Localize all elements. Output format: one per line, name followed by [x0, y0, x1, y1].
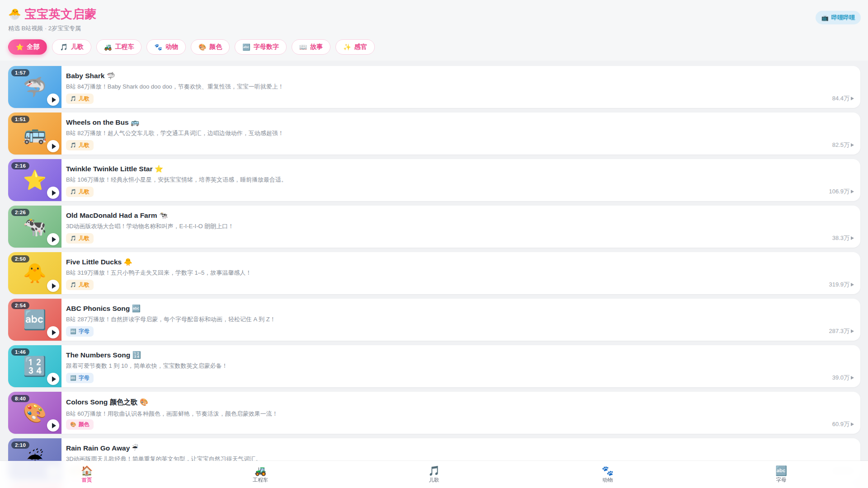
category-tag: 🎵 儿歌	[66, 187, 94, 197]
play-count: 82.5万	[832, 141, 854, 149]
video-card[interactable]: 1:57 🦈 Baby Shark 🦈 B站 84万播放！Baby Shark …	[8, 66, 860, 108]
video-title: Twinkle Twinkle Little Star ⭐	[66, 165, 802, 173]
video-thumbnail[interactable]: 1:51 🚌	[8, 113, 61, 155]
tag-label: 儿歌	[79, 141, 90, 149]
play-button[interactable]	[47, 140, 59, 152]
duration-badge: 1:46	[11, 348, 29, 356]
video-card[interactable]: 1:51 🚌 Wheels on the Bus 🚌 B站 82万播放！超人气公…	[8, 113, 860, 155]
video-title: Colors Song 颜色之歌 🎨	[66, 398, 802, 407]
filter-bar: ⭐ 全部 🎵 儿歌 🚜 工程车 🐾 动物 🎨 颜色 🔤 字母数字 📖 故事 ✨ …	[8, 39, 859, 61]
filter-chip-label: 感官	[354, 43, 367, 51]
play-button[interactable]	[47, 94, 59, 106]
play-count-value: 60.9万	[832, 420, 849, 428]
chick-icon: 🐥	[23, 264, 47, 283]
video-description: B站 82万播放！超人气公交车儿歌，学交通工具词汇，边唱边做动作，互动感超强！	[66, 129, 802, 137]
filter-chip-label: 颜色	[209, 43, 222, 51]
filter-chip-sensory[interactable]: ✨ 感官	[335, 39, 374, 55]
tag-icon: 🎵	[70, 96, 76, 102]
tag-label: 儿歌	[79, 235, 90, 242]
video-thumbnail[interactable]: 2:26 🐄	[8, 206, 61, 248]
video-card[interactable]: 2:26 🐄 Old MacDonald Had a Farm 🐄 3D动画版农…	[8, 206, 860, 248]
abc-icon: 🔤	[23, 310, 47, 329]
video-title: Baby Shark 🦈	[66, 72, 802, 80]
play-icon	[52, 330, 56, 335]
play-button[interactable]	[47, 280, 59, 292]
play-count: 106.9万	[829, 188, 854, 196]
play-button[interactable]	[47, 419, 59, 432]
video-card[interactable]: 2:54 🔤 ABC Phonics Song 🔤 B站 287万播放！自然拼读…	[8, 299, 860, 341]
play-count: 84.4万	[832, 94, 854, 103]
filter-chip-songs[interactable]: 🎵 儿歌	[52, 39, 91, 55]
filter-chip-letters-numbers[interactable]: 🔤 字母数字	[235, 39, 286, 55]
video-thumbnail[interactable]: 2:16 ⭐	[8, 159, 61, 201]
nav-item-animals[interactable]: 🐾 动物	[521, 466, 694, 483]
play-arrow-icon	[851, 190, 854, 193]
duration-badge: 2:50	[11, 255, 29, 263]
filter-chip-trucks[interactable]: 🚜 工程车	[96, 39, 142, 55]
video-title: Five Little Ducks 🐥	[66, 258, 802, 266]
play-count: 60.9万	[832, 420, 854, 428]
bilibili-badge-label: 哔哩哔哩	[831, 14, 855, 22]
video-card[interactable]: 1:46 🔢 The Numbers Song 🔢 跟着可爱节奏数 1 到 10…	[8, 345, 860, 387]
filter-chip-label: 全部	[27, 43, 39, 51]
nav-item-songs[interactable]: 🎵 儿歌	[347, 466, 521, 483]
filter-chip-icon: ⭐	[16, 43, 24, 51]
nav-item-letters[interactable]: 🔤 字母	[694, 466, 868, 483]
tag-icon: 🎵	[70, 142, 76, 148]
filter-chip-label: 动物	[165, 43, 178, 51]
shark-icon: 🦈	[23, 78, 47, 97]
video-info: Twinkle Twinkle Little Star ⭐ B站 106万播放！…	[61, 159, 860, 201]
video-description: B站 60万播放！用歌曲认识各种颜色，画面鲜艳，节奏活泼，颜色启蒙效果一流！	[66, 410, 802, 418]
chick-logo-icon: 🐣	[8, 9, 21, 19]
tag-label: 儿歌	[79, 188, 90, 196]
video-thumbnail[interactable]: 1:57 🦈	[8, 66, 61, 108]
tag-icon: 🔤	[70, 375, 76, 381]
video-info: Colors Song 颜色之歌 🎨 B站 60万播放！用歌曲认识各种颜色，画面…	[61, 392, 860, 434]
duration-badge: 2:54	[11, 302, 29, 309]
play-button[interactable]	[47, 373, 59, 385]
filter-chip-all[interactable]: ⭐ 全部	[8, 39, 47, 55]
duration-badge: 2:10	[11, 441, 29, 449]
video-thumbnail[interactable]: 8:40 🎨	[8, 392, 61, 434]
filter-chip-story[interactable]: 📖 故事	[292, 39, 330, 55]
play-icon	[52, 423, 56, 428]
animals-icon: 🐾	[602, 466, 613, 475]
nav-item-trucks[interactable]: 🚜 工程车	[174, 466, 347, 483]
tag-label: 字母	[79, 328, 90, 335]
filter-chip-label: 字母数字	[254, 43, 279, 51]
category-tag: 🔤 字母	[66, 373, 94, 383]
category-tag: 🎵 儿歌	[66, 140, 94, 150]
duration-badge: 1:57	[11, 69, 29, 76]
video-card[interactable]: 2:50 🐥 Five Little Ducks 🐥 B站 319万播放！五只小…	[8, 252, 860, 294]
title-row: 🐣 宝宝英文启蒙	[8, 6, 859, 22]
play-arrow-icon	[851, 376, 854, 380]
play-count: 38.3万	[832, 234, 854, 242]
filter-chip-animals[interactable]: 🐾 动物	[146, 39, 185, 55]
video-info: Five Little Ducks 🐥 B站 319万播放！五只小鸭子走失又回来…	[61, 252, 860, 294]
play-button[interactable]	[47, 187, 59, 199]
nav-item-home[interactable]: 🏠 首页	[0, 466, 174, 483]
video-thumbnail[interactable]: 1:46 🔢	[8, 345, 61, 387]
tag-icon: 🎨	[70, 422, 76, 427]
page-title: 宝宝英文启蒙	[25, 6, 97, 22]
filter-chip-icon: 🎨	[198, 43, 206, 51]
cow-icon: 🐄	[23, 217, 47, 236]
video-thumbnail[interactable]: 2:54 🔤	[8, 299, 61, 341]
video-description: B站 106万播放！经典永恒小星星，安抚宝宝情绪，培养英文语感，睡前播放最合适。	[66, 176, 802, 184]
video-list: 1:57 🦈 Baby Shark 🦈 B站 84万播放！Baby Shark …	[0, 61, 868, 488]
play-arrow-icon	[851, 283, 854, 286]
play-arrow-icon	[851, 329, 854, 333]
filter-chip-colors[interactable]: 🎨 颜色	[191, 39, 230, 55]
play-arrow-icon	[851, 422, 854, 426]
video-card[interactable]: 8:40 🎨 Colors Song 颜色之歌 🎨 B站 60万播放！用歌曲认识…	[8, 392, 860, 434]
video-thumbnail[interactable]: 2:50 🐥	[8, 252, 61, 294]
video-description: B站 319万播放！五只小鸭子走失又回来，学数字 1–5，故事温馨感人！	[66, 269, 802, 277]
filter-chip-label: 工程车	[115, 43, 134, 51]
tv-icon: 📺	[821, 14, 829, 21]
filter-chip-label: 儿歌	[71, 43, 84, 51]
play-button[interactable]	[47, 326, 59, 338]
video-card[interactable]: 2:16 ⭐ Twinkle Twinkle Little Star ⭐ B站 …	[8, 159, 860, 201]
page-subtitle: 精选 B站视频 · 2岁宝宝专属	[8, 24, 859, 33]
play-button[interactable]	[47, 233, 59, 245]
play-count-value: 39.0万	[832, 374, 849, 382]
